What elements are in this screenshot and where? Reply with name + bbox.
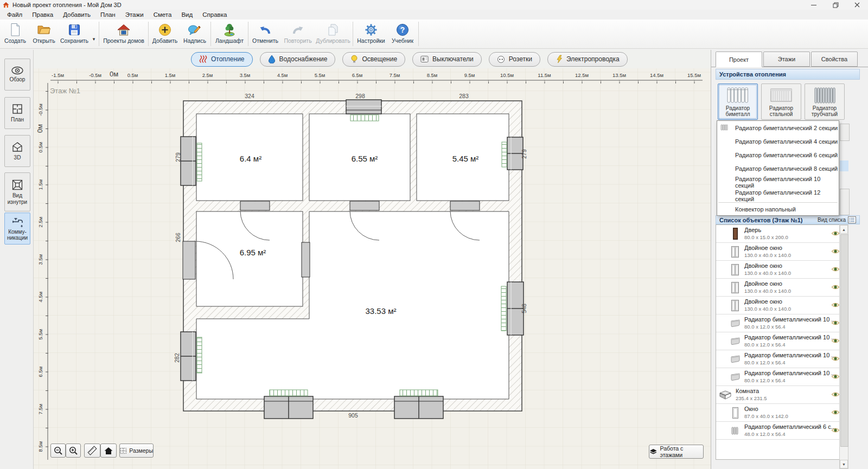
- tab-switches[interactable]: Выключатели: [412, 52, 482, 67]
- add-button[interactable]: Добавить: [150, 20, 180, 48]
- visibility-eye-icon[interactable]: [831, 356, 840, 362]
- measure-button[interactable]: [84, 444, 100, 458]
- sidebar-item-3d[interactable]: 3D: [4, 135, 30, 167]
- tutorial-button[interactable]: ? Учебник: [388, 20, 417, 48]
- menu-edit[interactable]: Правка: [27, 11, 58, 18]
- room-4[interactable]: [196, 211, 303, 306]
- dropdown-item[interactable]: Радиатор биметаллический 4 секции: [717, 134, 839, 148]
- radiator-plan[interactable]: [400, 390, 438, 396]
- list-view-icon[interactable]: [848, 216, 856, 223]
- floor-plan[interactable]: 324 298 283 279 266 282 279 548 905 6.4 …: [174, 93, 527, 419]
- object-row[interactable]: Двойное окно130.0 x 40.0 x 140.0: [716, 243, 844, 261]
- close-button[interactable]: [846, 0, 868, 10]
- object-row[interactable]: Радиатор биметаллический 6 с...48.0 x 12…: [716, 422, 844, 440]
- sidebar-item-interior-view[interactable]: Вид изнутри: [4, 172, 30, 211]
- radiator-plan[interactable]: [502, 142, 507, 167]
- object-row[interactable]: Двойное окно130.0 x 40.0 x 140.0: [716, 261, 844, 279]
- radiator-plan[interactable]: [197, 337, 202, 373]
- landscape-button[interactable]: Ландшафт: [212, 20, 247, 48]
- dropdown-item[interactable]: Радиатор биметаллический 6 секций: [717, 148, 839, 162]
- floors-work-button[interactable]: Работа с этажами: [649, 445, 704, 459]
- minimize-button[interactable]: [803, 0, 825, 10]
- panel-tab-project[interactable]: Проект: [716, 52, 762, 67]
- visibility-eye-icon[interactable]: [831, 374, 840, 380]
- tab-sockets[interactable]: Розетки: [489, 52, 540, 67]
- dimension-label: 266: [175, 233, 181, 242]
- menu-floors[interactable]: Этажи: [120, 11, 149, 18]
- zoom-out-button[interactable]: [50, 444, 66, 458]
- panel-tab-properties[interactable]: Свойства: [811, 52, 858, 67]
- visibility-eye-icon[interactable]: [831, 320, 840, 326]
- object-row[interactable]: Двойное окно130.0 x 40.0 x 140.0: [716, 297, 844, 314]
- dropdown-item[interactable]: Радиатор биметаллический 2 секции: [717, 121, 839, 134]
- sizes-button[interactable]: Размеры: [119, 444, 154, 458]
- annotation-button[interactable]: Надпись: [180, 20, 209, 48]
- window[interactable]: [346, 100, 381, 114]
- dropdown-item[interactable]: Радиатор биметаллический 8 секций: [717, 162, 839, 175]
- scroll-thumb[interactable]: [840, 234, 848, 447]
- device-radiator-bimetal[interactable]: Радиатор биметалл: [718, 83, 758, 120]
- radiator-plan[interactable]: [197, 143, 202, 181]
- objects-scrollbar[interactable]: ▲ ▼: [839, 224, 848, 469]
- object-row[interactable]: Окно87.0 x 40.0 x 142.0: [716, 404, 844, 422]
- menu-add[interactable]: Добавить: [58, 11, 95, 18]
- sidebar-item-plan[interactable]: План: [4, 97, 30, 129]
- tab-water-supply[interactable]: Водоснабжение: [260, 52, 336, 67]
- device-radiator-tubular[interactable]: Радиатор трубчатый: [805, 83, 845, 120]
- visibility-eye-icon[interactable]: [831, 391, 840, 397]
- home-view-button[interactable]: [100, 444, 117, 458]
- scroll-down-arrow[interactable]: ▼: [840, 460, 848, 468]
- window[interactable]: [264, 396, 313, 419]
- visibility-eye-icon[interactable]: [831, 338, 840, 344]
- settings-button[interactable]: Настройки: [354, 20, 388, 48]
- panel-tab-floors[interactable]: Этажи: [763, 52, 810, 67]
- house-projects-button[interactable]: Проекты домов: [100, 20, 147, 48]
- visibility-eye-icon[interactable]: [831, 302, 840, 308]
- floor-plan-svg[interactable]: -1.5м -0.5м 0м 0.5м 1.5м 2.5м 3.5м 4.5м …: [34, 68, 711, 469]
- menu-estimate[interactable]: Смета: [149, 11, 177, 18]
- object-row[interactable]: Радиатор биметаллический 10 ...80.0 x 12…: [716, 332, 844, 350]
- object-row[interactable]: Дверь80.0 x 15.0 x 200.0: [716, 225, 844, 243]
- tab-heating[interactable]: Отопление: [191, 52, 253, 67]
- dropdown-item-convector[interactable]: Конвектор напольный: [717, 203, 839, 215]
- visibility-eye-icon[interactable]: [831, 427, 840, 433]
- window[interactable]: [394, 396, 443, 419]
- radiator-plan[interactable]: [350, 115, 379, 121]
- menu-help[interactable]: Справка: [197, 11, 232, 18]
- dropdown-item[interactable]: Радиатор биметаллический 10 секций: [717, 175, 839, 189]
- device-radiator-steel[interactable]: Радиатор стальной: [761, 83, 801, 120]
- menu-plan[interactable]: План: [95, 11, 120, 18]
- visibility-eye-icon[interactable]: [831, 266, 840, 272]
- sidebar-item-communications[interactable]: Комму- никации: [4, 213, 30, 245]
- object-row[interactable]: Двойное окно130.0 x 40.0 x 140.0: [716, 279, 844, 297]
- radiator-plan[interactable]: [501, 286, 506, 331]
- open-button[interactable]: Открыть: [29, 20, 59, 48]
- object-row[interactable]: Радиатор биметаллический 10 ...80.0 x 12…: [716, 368, 844, 386]
- window[interactable]: [181, 137, 196, 185]
- sidebar-item-overview[interactable]: Обзор: [4, 59, 30, 91]
- dropdown-item[interactable]: Радиатор биметаллический 12 секций: [717, 189, 839, 202]
- menu-file[interactable]: Файл: [2, 11, 27, 18]
- radiator-plan[interactable]: [270, 390, 308, 396]
- visibility-eye-icon[interactable]: [831, 248, 840, 254]
- undo-button[interactable]: Отменить: [250, 20, 281, 48]
- new-button[interactable]: Создать: [1, 20, 29, 48]
- radiator-mini-icon: [720, 124, 728, 131]
- zoom-in-button[interactable]: [66, 444, 81, 458]
- object-row-room[interactable]: Комната235.4 x 231.5: [716, 386, 844, 404]
- save-button[interactable]: Сохранить: [59, 20, 90, 48]
- object-row[interactable]: Радиатор биметаллический 10 ...80.0 x 12…: [716, 314, 844, 332]
- scroll-up-arrow[interactable]: ▲: [840, 225, 848, 234]
- menu-view[interactable]: Вид: [176, 11, 197, 18]
- restore-button[interactable]: [825, 0, 846, 10]
- object-row[interactable]: Радиатор биметаллический 10 ...80.0 x 12…: [716, 350, 844, 368]
- drawing-canvas[interactable]: -1.5м -0.5м 0м 0.5м 1.5м 2.5м 3.5м 4.5м …: [34, 68, 711, 469]
- window[interactable]: [181, 332, 196, 381]
- visibility-eye-icon[interactable]: [831, 409, 840, 415]
- save-dropdown-arrow[interactable]: ▾: [90, 20, 98, 48]
- visibility-eye-icon[interactable]: [831, 230, 840, 236]
- tab-lighting[interactable]: Освещение: [342, 52, 405, 67]
- door[interactable]: [302, 242, 310, 277]
- tab-wiring[interactable]: Электропроводка: [547, 52, 628, 67]
- visibility-eye-icon[interactable]: [831, 284, 840, 290]
